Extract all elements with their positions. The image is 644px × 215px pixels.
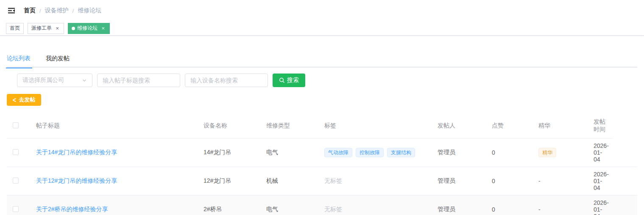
post-time-cell: 2026-01-04: [588, 195, 613, 215]
post-title-link[interactable]: 关于2#桥吊的维修经验分享: [36, 206, 108, 212]
spacer-cell: [613, 139, 638, 167]
likes-cell: 0: [486, 167, 532, 195]
tags-view: 首页派修工单×维修论坛×: [0, 21, 644, 36]
column-header: 点赞: [486, 113, 532, 139]
repair-type-cell: 电气: [260, 195, 318, 215]
author-cell: 管理员: [432, 195, 486, 215]
essence-cell: -: [532, 195, 588, 215]
navbar: 首页/设备维护/维修论坛: [0, 0, 644, 21]
tab-my-posts[interactable]: 我的发帖: [46, 50, 70, 68]
breadcrumb-item: 设备维护: [45, 7, 69, 14]
column-header: 发帖时间: [588, 113, 613, 139]
header-select-all-cell: [7, 113, 30, 139]
active-tag-dot-icon: [72, 27, 75, 30]
chevron-down-icon: [82, 78, 87, 83]
tag-label: 派修工单: [31, 25, 52, 32]
close-icon[interactable]: ×: [100, 25, 106, 31]
column-header: 精华: [532, 113, 588, 139]
tag-label: 维修论坛: [77, 25, 98, 32]
tag-chip: 支腿结构: [387, 148, 415, 157]
spacer-cell: [613, 195, 638, 215]
breadcrumb-item: 维修论坛: [78, 7, 101, 14]
device-name-cell: 12#龙门吊: [198, 167, 260, 195]
post-time-cell: 2026-01-04: [588, 139, 613, 167]
post-time-cell: 2026-01-04: [588, 167, 613, 195]
likes-cell: 0: [486, 139, 532, 167]
row-select-cell: [7, 139, 30, 167]
tag-chip: 控制故障: [356, 148, 384, 157]
forum-tabs-bar: 论坛列表我的发帖: [7, 50, 637, 68]
post-title-cell: 关于12#龙门吊的维修经验分享: [30, 167, 198, 195]
repair-type-cell: 机械: [260, 167, 318, 195]
row-checkbox[interactable]: [13, 206, 19, 212]
forum-table: 帖子标题设备名称维修类型标签发帖人点赞精华发帖时间 关于14#龙门吊的维修经验分…: [7, 113, 637, 215]
column-header: 标签: [318, 113, 432, 139]
table-header-row: 帖子标题设备名称维修类型标签发帖人点赞精华发帖时间: [7, 113, 637, 139]
device-name-search-input[interactable]: [185, 74, 268, 87]
essence-badge: 精华: [538, 148, 556, 157]
no-tag-text: 无标签: [324, 177, 342, 184]
company-select-placeholder: 请选择所属公司: [22, 76, 64, 84]
company-select[interactable]: 请选择所属公司: [17, 74, 92, 87]
no-tag-text: 无标签: [324, 206, 342, 212]
essence-empty: -: [538, 206, 541, 213]
column-header: 发帖人: [432, 113, 486, 139]
tags-cell: 气动故障控制故障支腿结构: [318, 139, 432, 167]
go-post-button[interactable]: < 去发帖: [7, 94, 41, 106]
table-body: 关于14#龙门吊的维修经验分享14#龙门吊电气气动故障控制故障支腿结构管理员0精…: [7, 139, 637, 215]
post-title-link[interactable]: 关于12#龙门吊的维修经验分享: [36, 177, 117, 184]
search-button-label: 搜索: [287, 76, 299, 84]
go-post-button-label: 去发帖: [19, 96, 35, 104]
row-checkbox[interactable]: [13, 149, 19, 155]
column-header: 帖子标题: [30, 113, 198, 139]
search-button[interactable]: 搜索: [273, 74, 305, 87]
share-icon: <: [13, 96, 16, 104]
sidebar-fold-icon[interactable]: [7, 6, 16, 15]
tags-view-item[interactable]: 派修工单×: [28, 23, 64, 34]
post-title-cell: 关于14#龙门吊的维修经验分享: [30, 139, 198, 167]
author-cell: 管理员: [432, 139, 486, 167]
spacer-cell: [613, 167, 638, 195]
column-header: 维修类型: [260, 113, 318, 139]
table-row: 关于2#桥吊的维修经验分享2#桥吊电气无标签管理员0-2026-01-04: [7, 195, 637, 215]
tags-cell: 无标签: [318, 195, 432, 215]
breadcrumb: 首页/设备维护/维修论坛: [24, 7, 101, 14]
device-name-cell: 14#龙门吊: [198, 139, 260, 167]
essence-empty: -: [538, 178, 541, 184]
breadcrumb-separator: /: [72, 8, 74, 14]
forum-tabs: 论坛列表我的发帖: [7, 50, 637, 68]
tag-label: 首页: [10, 25, 20, 32]
device-name-cell: 2#桥吊: [198, 195, 260, 215]
tab-forum-list[interactable]: 论坛列表: [7, 50, 31, 68]
table-row: 关于12#龙门吊的维修经验分享12#龙门吊机械无标签管理员0-2026-01-0…: [7, 167, 637, 195]
post-title-cell: 关于2#桥吊的维修经验分享: [30, 195, 198, 215]
essence-cell: -: [532, 167, 588, 195]
main-content: 论坛列表我的发帖 请选择所属公司 搜索 < 去发帖 帖子标题设备名称维修类型标签…: [0, 50, 644, 215]
post-title-link[interactable]: 关于14#龙门吊的维修经验分享: [36, 149, 117, 156]
row-checkbox[interactable]: [13, 178, 19, 184]
table-row: 关于14#龙门吊的维修经验分享14#龙门吊电气气动故障控制故障支腿结构管理员0精…: [7, 139, 637, 167]
close-icon[interactable]: ×: [54, 25, 60, 31]
breadcrumb-item[interactable]: 首页: [24, 7, 36, 14]
tags-cell: 无标签: [318, 167, 432, 195]
tags-wrap: 气动故障控制故障支腿结构: [324, 147, 426, 158]
repair-type-cell: 电气: [260, 139, 318, 167]
column-header: 设备名称: [198, 113, 260, 139]
tag-chip: 气动故障: [324, 148, 352, 157]
filter-row: 请选择所属公司 搜索: [17, 74, 637, 87]
search-icon: [279, 77, 285, 83]
select-all-checkbox[interactable]: [13, 122, 19, 128]
row-select-cell: [7, 195, 30, 215]
row-select-cell: [7, 167, 30, 195]
tags-view-item[interactable]: 首页: [6, 23, 24, 34]
essence-cell: 精华: [532, 139, 588, 167]
breadcrumb-separator: /: [39, 8, 41, 14]
likes-cell: 0: [486, 195, 532, 215]
author-cell: 管理员: [432, 167, 486, 195]
tags-view-item[interactable]: 维修论坛×: [68, 23, 110, 34]
post-title-search-input[interactable]: [97, 74, 180, 87]
